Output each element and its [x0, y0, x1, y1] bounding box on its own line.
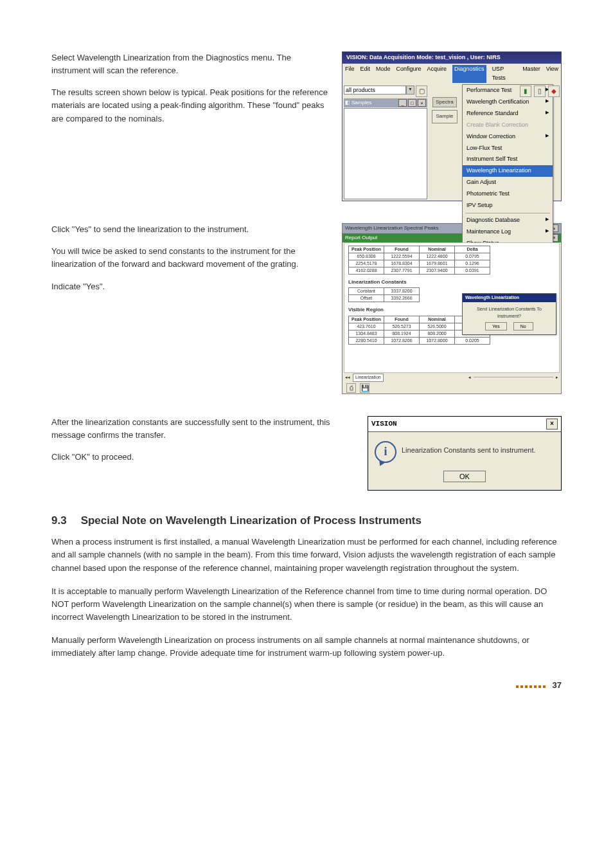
body-para-2: It is acceptable to manually perform Wav… [51, 585, 562, 624]
dropdown-item[interactable]: Low-Flux Test [463, 143, 553, 154]
dialog-message: Linearization Constants sent to instrume… [402, 441, 536, 456]
window-title: VISION: Data Acquisition Mode: test_visi… [342, 52, 561, 64]
yes-button[interactable]: Yes [485, 322, 506, 330]
constants-label: Linearization Constants [348, 278, 555, 286]
menu-file[interactable]: File [345, 65, 355, 83]
no-button[interactable]: No [513, 322, 533, 330]
menu-edit[interactable]: Edit [360, 65, 371, 83]
menu-diagnostics[interactable]: Diagnostics [452, 65, 486, 83]
maximize-icon[interactable]: □ [408, 99, 416, 107]
step3-p2: Click "OK" to proceed. [51, 451, 355, 464]
spectra-tab[interactable]: Spectra [432, 97, 457, 107]
section-title: Special Note on Wavelength Linearization… [81, 512, 422, 529]
menu-usp-tests[interactable]: USP Tests [492, 65, 517, 83]
menu-master[interactable]: Master [522, 65, 540, 83]
dropdown-item[interactable]: Wavelength Linearization [463, 165, 553, 177]
constants-table: Constant3337.8200Offset3392.2666 [348, 287, 420, 302]
report-window-title: Wavelength Linearization Spectral Peaks [345, 224, 439, 232]
scroll-left-icon[interactable]: ◂ [468, 374, 471, 381]
step2-p1: Click "Yes" to send the linearization to… [51, 223, 329, 236]
peaks-table: Peak PositionFoundNominalDelta650.830812… [348, 246, 490, 275]
report-output-title: Report Output [345, 234, 377, 242]
close-icon[interactable]: × [546, 419, 558, 429]
dropdown-item[interactable]: Window Correction▶ [463, 131, 553, 143]
step2-p3: Indicate "Yes". [51, 280, 329, 293]
linearization-tab[interactable]: Linearization [353, 374, 384, 382]
send-constants-dialog: Wavelength Linearization Send Linearizat… [462, 293, 556, 335]
screenshot-report-output: Wavelength Linearization Spectral Peaks … [342, 223, 562, 394]
new-icon[interactable]: ▢ [416, 86, 427, 97]
dropdown-item[interactable]: IPV Setup [463, 200, 553, 212]
step1-p2: The results screen shown below is typica… [51, 86, 329, 125]
section-number: 9.3 [51, 512, 67, 529]
page-footer: 37 [51, 679, 562, 692]
chevron-down-icon[interactable]: ▼ [406, 86, 414, 95]
print-icon[interactable]: ⎙ [346, 383, 356, 393]
section-heading: 9.3 Special Note on Wavelength Lineariza… [51, 512, 562, 529]
body-para-3: Manually perform Wavelength Linearizatio… [51, 634, 562, 660]
page-number: 37 [553, 679, 562, 692]
toolbar-icon-1[interactable]: ▮ [520, 86, 531, 97]
info-icon: i [375, 441, 396, 463]
product-combo[interactable] [344, 86, 406, 95]
step2-p2: You will twice be asked to send constant… [51, 245, 329, 271]
toolbar-icon-2[interactable]: ▯ [534, 86, 546, 97]
tab-nav-left-icon[interactable]: ◂◂ [345, 374, 350, 381]
screenshot-confirmation-dialog: VISION × i Linearization Constants sent … [368, 416, 562, 491]
save-icon[interactable]: 💾 [360, 383, 369, 393]
sample-button[interactable]: Sample [432, 110, 457, 123]
dropdown-item[interactable]: Wavelength Certification▶ [463, 96, 553, 108]
menu-configure[interactable]: Configure [396, 65, 422, 83]
menu-acquire[interactable]: Acquire [427, 65, 447, 83]
step3-p1: After the linearization constants are su… [51, 416, 355, 442]
dropdown-item[interactable]: Maintenance Log▶ [463, 226, 553, 238]
body-para-1: When a process instrument is first insta… [51, 536, 562, 574]
ok-button[interactable]: OK [443, 471, 486, 482]
menu-mode[interactable]: Mode [376, 65, 391, 83]
dropdown-item[interactable]: Photometric Test [463, 188, 553, 200]
menubar: File Edit Mode Configure Acquire Diagnos… [342, 64, 561, 84]
minimize-icon[interactable]: _ [398, 99, 407, 107]
dropdown-item[interactable]: Reference Standard▶ [463, 108, 553, 120]
dropdown-item[interactable]: Diagnostic Database▶ [463, 215, 553, 226]
dropdown-item[interactable]: Instrument Self Test [463, 154, 553, 165]
toolbar-icon-3[interactable]: ◆ [548, 86, 560, 97]
dropdown-item[interactable]: Gain Adjust [463, 177, 553, 188]
dialog-title: VISION [371, 419, 397, 429]
samples-pane [344, 108, 427, 199]
footer-dots-icon [516, 679, 547, 692]
dropdown-item: Create Blank Correction [463, 120, 553, 131]
screenshot-diagnostics-menu: VISION: Data Acquisition Mode: test_visi… [342, 51, 562, 201]
step1-p1: Select Wavelength Linearization from the… [51, 51, 329, 77]
menu-view[interactable]: View [546, 65, 558, 83]
dialog-message: Send Linearization Constants To Instrume… [465, 306, 553, 320]
close-icon[interactable]: × [418, 99, 426, 107]
dialog-title: Wavelength Linearization [463, 294, 556, 302]
samples-pane-title: Samples [351, 99, 397, 107]
scroll-right-icon[interactable]: ▸ [556, 374, 558, 381]
